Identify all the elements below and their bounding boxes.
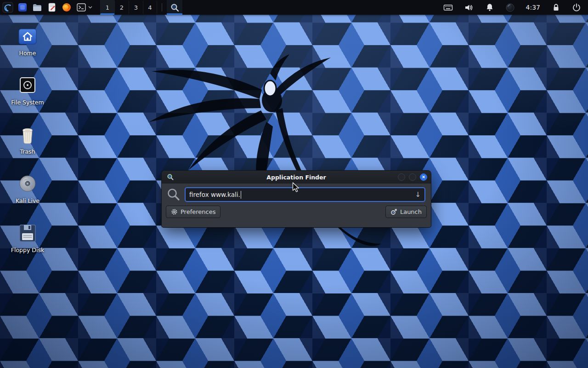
- gear-icon: [171, 208, 178, 215]
- power-icon: [572, 3, 581, 12]
- input-dropdown-arrow-icon[interactable]: ↓: [415, 190, 421, 199]
- firefox-icon: [62, 2, 72, 12]
- desktop-icon-label: Home: [4, 50, 51, 57]
- keyboard-layout-indicator[interactable]: [441, 0, 455, 15]
- bell-icon: [485, 3, 494, 12]
- desktop-icon-kali-live[interactable]: Kali Live: [4, 173, 51, 204]
- preferences-label: Preferences: [181, 208, 215, 215]
- terminal-icon: [76, 2, 86, 12]
- desktop-icon-label: Kali Live: [4, 197, 51, 204]
- desktop-icon-label: File System: [4, 99, 51, 106]
- window-search-icon: [167, 173, 174, 181]
- desktop-icon-home[interactable]: Home: [4, 26, 51, 57]
- taskbar-application-finder[interactable]: [167, 0, 182, 15]
- dark-orb-icon: [505, 3, 515, 12]
- volume-indicator[interactable]: [462, 0, 476, 15]
- kali-logo-icon: [2, 2, 13, 13]
- terminal-dropdown-arrow[interactable]: [87, 0, 93, 15]
- workspace-1[interactable]: 1: [100, 0, 114, 15]
- kali-dragon-silhouette: [124, 46, 409, 262]
- workspace-switcher: 1 2 3 4: [100, 0, 157, 15]
- text-caret: [241, 191, 241, 199]
- terminal-launcher-group: [74, 0, 93, 15]
- system-tray: 4:37: [441, 0, 585, 15]
- folder-icon: [32, 2, 42, 12]
- launch-button[interactable]: Launch: [385, 206, 427, 218]
- workspace-2[interactable]: 2: [114, 0, 129, 15]
- desktop-icon-label: Trash: [4, 148, 51, 155]
- panel-spacer: [182, 0, 441, 15]
- desktop-icon-trash[interactable]: Trash: [4, 124, 51, 155]
- search-icon-large: [166, 187, 181, 202]
- dragon-orb: [264, 80, 276, 96]
- notifications-indicator[interactable]: [483, 0, 497, 15]
- status-orb-indicator[interactable]: [503, 0, 517, 15]
- search-icon: [170, 3, 180, 12]
- drive-icon: [17, 75, 38, 96]
- floppy-icon: [17, 223, 38, 243]
- launch-icon: [390, 208, 397, 215]
- trash-icon: [17, 125, 38, 145]
- close-button[interactable]: ✕: [420, 173, 427, 181]
- blue-app-icon: [17, 2, 28, 12]
- workspace-4[interactable]: 4: [143, 0, 157, 15]
- document-editor-icon: [47, 2, 57, 12]
- panel-clock[interactable]: 4:37: [524, 4, 542, 11]
- lock-icon: [552, 3, 560, 12]
- search-query-text: firefox www.kali.: [189, 191, 240, 198]
- keyboard-icon: [443, 3, 453, 12]
- lock-indicator[interactable]: [549, 0, 563, 15]
- chevron-down-icon: [88, 6, 92, 9]
- titlebar[interactable]: Application Finder ✕: [162, 171, 431, 184]
- panel-launchers: [1, 0, 93, 15]
- button-row: Preferences Launch: [162, 205, 431, 218]
- search-input[interactable]: firefox www.kali. ↓: [185, 187, 425, 202]
- panel-separator: [162, 3, 162, 12]
- blue-app-launcher[interactable]: [16, 0, 29, 15]
- terminal-launcher[interactable]: [74, 0, 88, 15]
- top-panel: 1 2 3 4: [0, 0, 588, 15]
- home-icon: [17, 26, 38, 46]
- window-title: Application Finder: [266, 174, 326, 181]
- preferences-button[interactable]: Preferences: [166, 206, 220, 218]
- desktop-icon-floppy-disk[interactable]: Floppy Disk: [4, 223, 51, 253]
- file-manager-launcher[interactable]: [30, 0, 44, 15]
- workspace-3[interactable]: 3: [129, 0, 143, 15]
- power-button[interactable]: [570, 0, 583, 15]
- text-editor-launcher[interactable]: [45, 0, 59, 15]
- firefox-launcher[interactable]: [60, 0, 74, 15]
- desktop-icon-file-system[interactable]: File System: [4, 75, 51, 106]
- disc-icon: [17, 174, 38, 194]
- kali-menu-button[interactable]: [1, 0, 15, 15]
- window-controls: ✕: [398, 173, 427, 181]
- speaker-icon: [464, 3, 474, 12]
- minimize-button[interactable]: [398, 173, 405, 181]
- desktop-icon-label: Floppy Disk: [4, 247, 51, 253]
- application-finder-window: Application Finder ✕ firefox www.kali. ↓…: [162, 171, 431, 227]
- mouse-cursor: [292, 182, 300, 193]
- launch-label: Launch: [400, 208, 422, 215]
- maximize-button[interactable]: [409, 173, 416, 181]
